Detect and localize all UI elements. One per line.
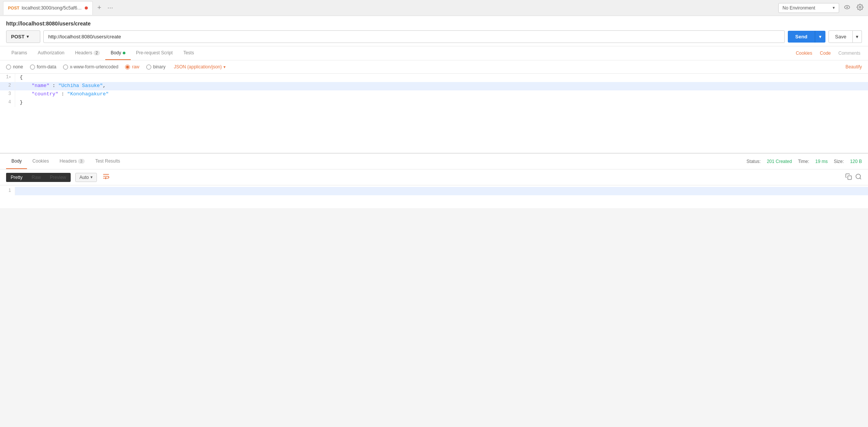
response-status-bar: Status: 201 Created Time: 19 ms Size: 12…: [746, 159, 862, 164]
more-tabs-button[interactable]: ···: [104, 4, 116, 12]
option-form-data[interactable]: form-data: [30, 64, 56, 70]
line-number-2: 2: [0, 82, 15, 90]
add-tab-button[interactable]: +: [94, 4, 105, 12]
env-label: No Environment: [782, 5, 815, 11]
code-line-4: 4 }: [0, 99, 868, 107]
wrap-icon-button[interactable]: [102, 172, 110, 182]
headers-badge: 2: [93, 51, 100, 55]
tab-bar-right: No Environment ▾: [778, 2, 865, 14]
resp-tab-headers[interactable]: Headers3: [54, 154, 90, 169]
tab-dot: [85, 6, 88, 9]
format-auto-dropdown[interactable]: Auto ▾: [75, 173, 97, 182]
req-tab-right-links: Cookies Code Comments: [794, 47, 862, 60]
response-tabs-bar: Body Cookies Headers3 Test Results Statu…: [0, 154, 868, 169]
resp-tab-body[interactable]: Body: [6, 154, 27, 169]
copy-icon-button[interactable]: [845, 173, 852, 182]
save-button[interactable]: Save: [828, 30, 853, 43]
body-active-dot: [123, 52, 125, 54]
option-binary[interactable]: binary: [146, 64, 166, 70]
active-tab[interactable]: POST localhost:3000/song/5c5af6aec: [3, 1, 93, 15]
chevron-down-icon: ▾: [833, 5, 835, 10]
beautify-button[interactable]: Beautify: [846, 64, 862, 70]
resp-tab-test-results[interactable]: Test Results: [90, 154, 125, 169]
format-group: Pretty Raw Preview: [6, 173, 71, 182]
radio-none[interactable]: [6, 65, 11, 70]
body-options: none form-data x-www-form-urlencoded raw…: [0, 60, 868, 74]
radio-raw[interactable]: [125, 65, 130, 70]
line-number-3: 3: [0, 90, 15, 99]
tab-tests[interactable]: Tests: [178, 46, 199, 60]
line-content-4: }: [15, 99, 868, 107]
method-select[interactable]: POST ▾: [6, 30, 40, 43]
response-area: Body Cookies Headers3 Test Results Statu…: [0, 153, 868, 208]
format-pretty-button[interactable]: Pretty: [6, 173, 27, 182]
format-preview-button[interactable]: Preview: [45, 173, 71, 182]
method-chevron-icon: ▾: [27, 34, 29, 39]
size-label: Size:: [834, 159, 844, 164]
format-raw-button[interactable]: Raw: [27, 173, 45, 182]
svg-point-1: [846, 6, 848, 8]
response-format-bar: Pretty Raw Preview Auto ▾: [0, 169, 868, 185]
tab-url: localhost:3000/song/5c5af6aec: [22, 5, 82, 11]
radio-binary[interactable]: [146, 65, 151, 70]
line-number-4: 4: [0, 99, 15, 107]
tab-params[interactable]: Params: [6, 46, 32, 60]
option-raw[interactable]: raw: [125, 64, 139, 70]
tab-pre-request[interactable]: Pre-request Script: [131, 46, 178, 60]
send-button-group: Send ▾: [788, 31, 826, 43]
json-type-dropdown[interactable]: JSON (application/json) ▾: [174, 64, 225, 70]
svg-line-7: [860, 178, 861, 179]
radio-form-data[interactable]: [30, 65, 35, 70]
code-line-1: 1▾ {: [0, 74, 868, 82]
resp-code-line-1: 1: [0, 187, 868, 195]
search-icon-button[interactable]: [855, 173, 862, 182]
tab-body[interactable]: Body: [105, 46, 130, 60]
line-content-2: "name" : "Uchiha Sasuke",: [15, 82, 868, 90]
url-input[interactable]: [43, 30, 785, 43]
resp-line-content-1: [15, 187, 868, 195]
svg-rect-5: [848, 176, 852, 179]
json-type-chevron-icon: ▾: [223, 65, 226, 70]
code-editor[interactable]: 1▾ { 2 "name" : "Uchiha Sasuke", 3 "coun…: [0, 74, 868, 153]
resp-headers-badge: 3: [78, 159, 85, 164]
tab-bar: POST localhost:3000/song/5c5af6aec + ···…: [0, 0, 868, 16]
tab-headers[interactable]: Headers2: [70, 46, 105, 60]
comments-link[interactable]: Comments: [837, 47, 862, 60]
save-button-group: Save ▾: [828, 30, 862, 43]
url-bar: POST ▾ Send ▾ Save ▾: [6, 30, 862, 43]
environment-select[interactable]: No Environment ▾: [778, 3, 839, 13]
time-label: Time:: [798, 159, 809, 164]
save-dropdown-button[interactable]: ▾: [853, 30, 862, 43]
url-bar-section: http://localhost:8080/users/create POST …: [0, 16, 868, 46]
option-urlencoded[interactable]: x-www-form-urlencoded: [63, 64, 118, 70]
resp-action-icons: [845, 173, 862, 182]
cookies-link[interactable]: Cookies: [794, 47, 814, 60]
settings-icon-button[interactable]: [855, 2, 865, 14]
svg-point-2: [859, 6, 861, 8]
line-content-3: "country" : "Konohagakure": [15, 90, 868, 99]
send-button[interactable]: Send: [788, 31, 815, 43]
auto-chevron-icon: ▾: [90, 175, 93, 180]
line-content-1: {: [15, 74, 868, 82]
method-label: POST: [11, 34, 24, 40]
request-title: http://localhost:8080/users/create: [6, 21, 862, 27]
send-dropdown-icon: ▾: [819, 34, 822, 40]
time-value: 19 ms: [815, 159, 828, 164]
radio-urlencoded[interactable]: [63, 65, 68, 70]
line-number-1: 1▾: [0, 74, 15, 82]
request-tabs: Params Authorization Headers2 Body Pre-r…: [0, 46, 868, 60]
response-code: 1: [0, 185, 868, 208]
send-dropdown-button[interactable]: ▾: [815, 31, 825, 43]
save-dropdown-icon: ▾: [856, 34, 858, 40]
resp-tab-cookies[interactable]: Cookies: [27, 154, 54, 169]
resp-line-number-1: 1: [0, 187, 15, 195]
svg-point-6: [856, 174, 860, 179]
editor-empty-space: [0, 107, 868, 153]
status-value: 201 Created: [767, 159, 792, 164]
tab-authorization[interactable]: Authorization: [32, 46, 70, 60]
code-line-3: 3 "country" : "Konohagakure": [0, 90, 868, 99]
eye-icon-button[interactable]: [842, 2, 852, 14]
code-line-2: 2 "name" : "Uchiha Sasuke",: [0, 82, 868, 90]
option-none[interactable]: none: [6, 64, 23, 70]
code-link[interactable]: Code: [818, 47, 832, 60]
